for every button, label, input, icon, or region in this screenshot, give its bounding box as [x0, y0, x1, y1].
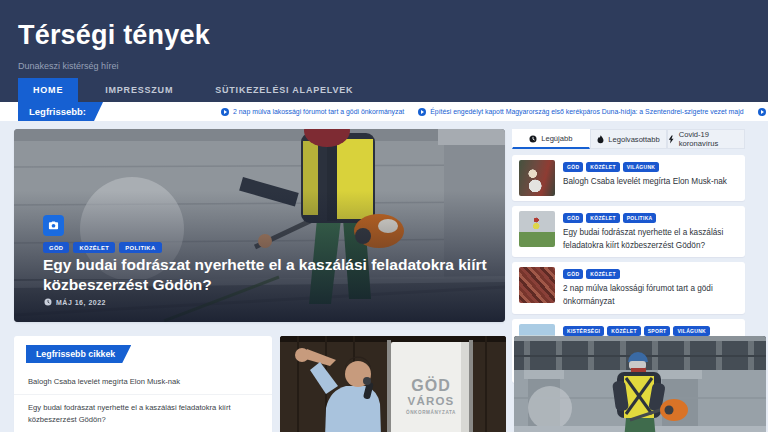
sidebar-article[interactable]: GÖD KÖZÉLET POLITIKA Egy budai fodrászat…	[512, 206, 745, 257]
tag[interactable]: POLITIKA	[623, 213, 657, 223]
ticker-item[interactable]: Lehet locsolni a kerti kutakból – szakér…	[758, 108, 768, 116]
site-header: Térségi tények Dunakeszi kistérség hírei…	[0, 0, 768, 102]
banner-text: GÖD VÁROS ÖNKORMÁNYZATA	[392, 378, 470, 418]
article-tags: KISTÉRSÉGI KÖZÉLET SPORT VILÁGUNK	[563, 326, 738, 336]
clock-icon	[529, 135, 537, 143]
ticker-item[interactable]: Építési engedélyt kapott Magyarország el…	[418, 108, 743, 116]
tag[interactable]: GÖD	[563, 162, 583, 172]
tag[interactable]: KÖZÉLET	[586, 213, 619, 223]
article-tags: GÖD KÖZÉLET POLITIKA	[563, 213, 738, 223]
tag[interactable]: SPORT	[644, 326, 671, 336]
sidebar-article[interactable]: GÖD KÖZÉLET VILÁGUNK Balogh Csaba levelé…	[512, 155, 745, 201]
article-title[interactable]: Balogh Csaba levelét megírta Elon Musk-n…	[563, 176, 738, 189]
article-title[interactable]: Egy budai fodrászat nyerhette el a kaszá…	[563, 227, 738, 252]
nav-item-cookie-policy[interactable]: SÜTIKEZELÉSI ALAPELVEK	[200, 78, 368, 102]
tag[interactable]: VILÁGUNK	[673, 326, 710, 336]
tab-label: Covid-19 koronavírus	[679, 130, 744, 148]
hero-article[interactable]: GÖD KÖZÉLET POLITIKA Egy budai fodrászat…	[14, 129, 505, 322]
article-tags: GÖD KÖZÉLET	[563, 269, 738, 279]
banner-line-3: ÖNKORMÁNYZATA	[392, 408, 470, 418]
ticker-items: 2 nap múlva lakossági fórumot tart a göd…	[221, 102, 768, 121]
hero-title[interactable]: Egy budai fodrászat nyerhette el a kaszá…	[43, 255, 495, 296]
tag[interactable]: KÖZÉLET	[586, 162, 619, 172]
article-image-speech[interactable]: GÖD VÁROS ÖNKORMÁNYZATA	[280, 336, 506, 432]
article-thumbnail	[519, 211, 555, 247]
article-body: GÖD KÖZÉLET 2 nap múlva lakossági fórumo…	[563, 267, 738, 308]
ticker-item-text: 2 nap múlva lakossági fórumot tart a göd…	[233, 108, 404, 115]
tab-legujabb[interactable]: Legújabb	[512, 129, 590, 149]
tag[interactable]: KISTÉRSÉGI	[563, 326, 604, 336]
ticker-label: Legfrissebb:	[18, 102, 103, 121]
clock-icon	[44, 298, 52, 306]
hero-date-text: MÁJ 16, 2022	[56, 299, 106, 306]
tag[interactable]: VILÁGUNK	[623, 162, 660, 172]
sidebar-article[interactable]: GÖD KÖZÉLET 2 nap múlva lakossági fórumo…	[512, 262, 745, 313]
article-thumbnail	[519, 160, 555, 196]
lightning-icon	[668, 135, 674, 144]
camera-badge	[43, 215, 64, 236]
tag[interactable]: GÖD	[43, 242, 69, 253]
site-title: Térségi tények	[18, 20, 210, 51]
article-body: GÖD KÖZÉLET POLITIKA Egy budai fodrászat…	[563, 211, 738, 252]
hero-tags: GÖD KÖZÉLET POLITIKA	[43, 242, 162, 253]
tag[interactable]: GÖD	[563, 213, 583, 223]
article-image-mowing[interactable]	[514, 336, 766, 432]
latest-articles-card: Legfrissebb cikkek Balogh Csaba levelét …	[14, 336, 272, 432]
sidebar-tabs: Legújabb Legolvasottabb Covid-19 koronav…	[512, 129, 745, 149]
latest-articles-heading: Legfrissebb cikkek	[26, 345, 131, 363]
tab-label: Legújabb	[541, 134, 572, 143]
tag[interactable]: KÖZÉLET	[607, 326, 640, 336]
site-subtitle: Dunakeszi kistérség hírei	[18, 61, 119, 71]
nav-item-home[interactable]: HOME	[18, 78, 78, 102]
tag[interactable]: KÖZÉLET	[73, 242, 115, 253]
arrow-circle-icon	[418, 108, 426, 116]
camera-icon	[48, 220, 59, 231]
ticker-item[interactable]: 2 nap múlva lakossági fórumot tart a göd…	[221, 108, 404, 116]
tag[interactable]: GÖD	[563, 269, 583, 279]
article-title[interactable]: 2 nap múlva lakossági fórumot tart a göd…	[563, 283, 738, 308]
arrow-circle-icon	[758, 108, 766, 116]
ticker-item-text: Építési engedélyt kapott Magyarország el…	[430, 108, 743, 115]
tab-legolvasottabb[interactable]: Legolvasottabb	[590, 129, 668, 149]
article-body: GÖD KÖZÉLET VILÁGUNK Balogh Csaba levelé…	[563, 160, 738, 189]
flame-icon	[597, 135, 604, 144]
article-thumbnail	[519, 267, 555, 303]
latest-article-link[interactable]: Egy budai fodrászat nyerhette el a kaszá…	[14, 394, 272, 432]
nav-item-impresszum[interactable]: IMPRESSZUM	[90, 78, 188, 102]
banner-line-1: GÖD	[392, 378, 470, 394]
main-nav: HOME IMPRESSZUM SÜTIKEZELÉSI ALAPELVEK	[18, 78, 380, 102]
mowing-photo	[514, 336, 766, 432]
latest-articles-list: Balogh Csaba levelét megírta Elon Musk-n…	[14, 369, 272, 432]
hero-date: MÁJ 16, 2022	[44, 298, 106, 306]
banner-line-2: VÁROS	[392, 394, 470, 408]
tab-label: Legolvasottabb	[608, 135, 660, 144]
ticker-bar: Legfrissebb: 2 nap múlva lakossági fórum…	[0, 102, 768, 121]
page: Térségi tények Dunakeszi kistérség hírei…	[0, 0, 768, 432]
tag[interactable]: POLITIKA	[119, 242, 161, 253]
article-tags: GÖD KÖZÉLET VILÁGUNK	[563, 162, 738, 172]
arrow-circle-icon	[221, 108, 229, 116]
latest-article-link[interactable]: Balogh Csaba levelét megírta Elon Musk-n…	[14, 369, 272, 394]
tab-covid[interactable]: Covid-19 koronavírus	[667, 129, 745, 149]
tag[interactable]: KÖZÉLET	[586, 269, 619, 279]
